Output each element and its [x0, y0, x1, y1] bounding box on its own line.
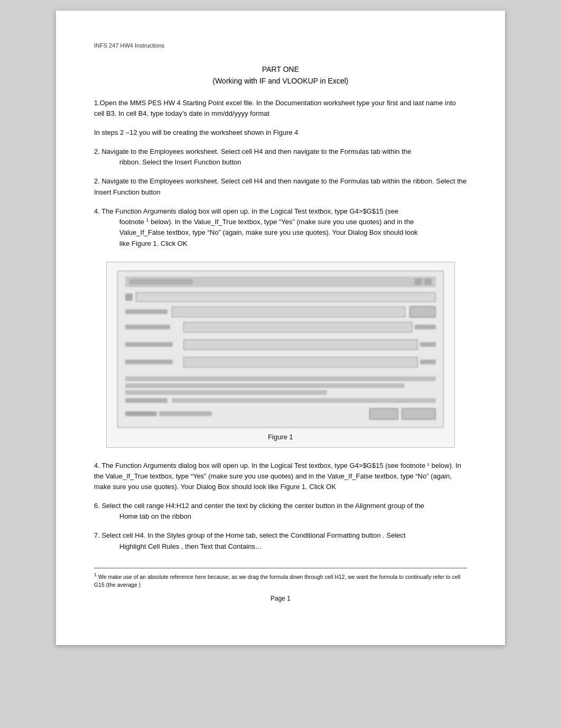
step-6-line1: 6. Select the cell range H4:H12 and cent… [94, 501, 467, 511]
dialog-action-buttons [369, 408, 436, 420]
step-5-block: 4. The Function Arguments dialog box wil… [94, 460, 467, 492]
logical-test-input [183, 322, 436, 333]
func-search-input [172, 307, 405, 317]
description-area [125, 376, 436, 395]
fx-label [125, 293, 133, 301]
step-4-line1: 4. The Function Arguments dialog box wil… [94, 206, 467, 217]
dialog-footer [125, 408, 436, 420]
value-if-false-input [183, 357, 436, 367]
step-7-line2: Highlight Cell Rules , then Text that Co… [119, 541, 467, 552]
func-search-label [125, 309, 167, 314]
value-if-true-label [125, 339, 183, 347]
formula-input [136, 292, 436, 302]
page-number: Page 1 [94, 595, 467, 602]
step-2-cont: ribbon. Select the Insert Function butto… [119, 157, 467, 168]
footnote-text: 1 We make use of an absolute reference h… [94, 572, 467, 589]
step-1-text: 1.Open the MMS PES HW 4 Starting Point e… [94, 98, 467, 119]
step-intro-block: In steps 2 –12 you will be creating the … [94, 127, 467, 138]
step-7-block: 7. Select cell H4. In the Styles group o… [94, 530, 467, 551]
step-2-text: 2. Navigate to the Employees worksheet. … [94, 146, 467, 157]
dialog-mockup [117, 271, 444, 428]
step-1-block: 1.Open the MMS PES HW 4 Starting Point e… [94, 98, 467, 119]
step-4-block: 4. The Function Arguments dialog box wil… [94, 206, 467, 249]
dialog-controls [415, 279, 432, 285]
step-3-block: 2. Navigate to the Employees worksheet. … [94, 176, 467, 197]
go-button [409, 306, 436, 318]
footnote-section: 1 We make use of an absolute reference h… [94, 568, 467, 589]
cancel-button [401, 408, 436, 420]
value-if-false-label [125, 357, 183, 364]
result-area [125, 398, 436, 403]
step-4-line4: like Figure 1. Click OK [119, 238, 467, 249]
logical-test-label [125, 322, 183, 329]
step-7-line1: 7. Select cell H4. In the Styles group o… [94, 530, 467, 541]
dialog-ctrl-btn-2 [424, 279, 432, 285]
step-6-line2: Home tab on the ribbon [119, 511, 467, 522]
page: INFS 247 HW4 Instructions PART ONE (Work… [56, 11, 505, 645]
logical-test-row [125, 322, 436, 333]
value-if-false-row [125, 357, 436, 367]
figure-1-caption: Figure 1 [117, 433, 444, 441]
part-title: PART ONE (Working with IF and VLOOKUP in… [94, 63, 467, 87]
doc-label: INFS 247 HW4 Instructions [94, 42, 467, 49]
ok-button [369, 408, 398, 420]
step-2-block: 2. Navigate to the Employees worksheet. … [94, 146, 467, 168]
dialog-title-bar [125, 277, 436, 287]
step-intro-text: In steps 2 –12 you will be creating the … [94, 127, 467, 138]
step-5-text: 4. The Function Arguments dialog box wil… [94, 460, 467, 492]
figure-1-container: Figure 1 [106, 262, 455, 448]
step-4-line3: Value_If_False textbox, type “No” (again… [119, 227, 467, 238]
step-4-line2: footnote 1 below). In the Value_If_True … [119, 217, 467, 227]
formula-bar [125, 292, 436, 302]
value-if-true-input [183, 339, 436, 350]
dialog-title-text [129, 279, 193, 284]
value-if-true-row [125, 339, 436, 350]
help-link [125, 411, 157, 416]
footer-left [125, 411, 212, 416]
step-3-text: 2. Navigate to the Employees worksheet. … [94, 176, 467, 197]
step-6-block: 6. Select the cell range H4:H12 and cent… [94, 501, 467, 522]
dialog-ctrl-btn-1 [415, 279, 422, 285]
